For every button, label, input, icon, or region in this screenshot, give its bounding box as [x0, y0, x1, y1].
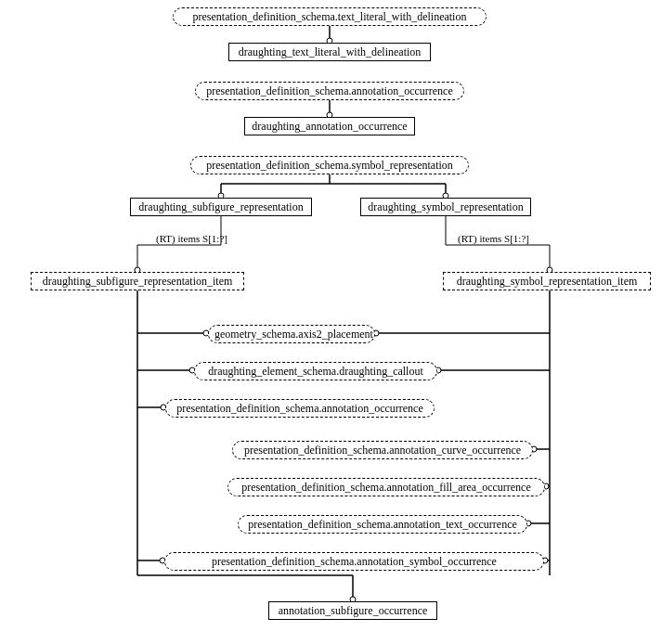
node-annotation-subfigure-occurrence[interactable]: annotation_subfigure_occurrence	[268, 601, 437, 620]
node-annotation-occurrence-2[interactable]: presentation_definition_schema.annotatio…	[165, 399, 435, 418]
node-draughting-annotation-occurrence[interactable]: draughting_annotation_occurrence	[244, 117, 415, 135]
diagram-canvas: presentation_definition_schema.text_lite…	[0, 0, 662, 644]
node-geometry-axis2-placement[interactable]: geometry_schema.axis2_placement	[208, 325, 375, 343]
node-draughting-symbol-representation[interactable]: draughting_symbol_representation	[360, 198, 531, 216]
node-annotation-occurrence-schema[interactable]: presentation_definition_schema.annotatio…	[195, 82, 464, 100]
node-annotation-text-occurrence[interactable]: presentation_definition_schema.annotatio…	[238, 515, 527, 534]
node-draughting-text-literal-with-delineation[interactable]: draughting_text_literal_with_delineation	[228, 43, 431, 61]
node-draughting-subfigure-representation-item[interactable]: draughting_subfigure_representation_item	[31, 272, 244, 290]
edge-label-rt-items-right: (RT) items S[1:?]	[458, 233, 529, 244]
node-annotation-symbol-occurrence[interactable]: presentation_definition_schema.annotatio…	[164, 552, 544, 571]
node-draughting-subfigure-representation[interactable]: draughting_subfigure_representation	[130, 198, 312, 216]
node-annotation-curve-occurrence[interactable]: presentation_definition_schema.annotatio…	[232, 441, 533, 459]
node-draughting-callout[interactable]: draughting_element_schema.draughting_cal…	[194, 362, 437, 380]
node-annotation-fill-area-occurrence[interactable]: presentation_definition_schema.annotatio…	[227, 478, 545, 496]
node-symbol-representation-schema[interactable]: presentation_definition_schema.symbol_re…	[190, 156, 469, 174]
edge-label-rt-items-left: (RT) items S[1:?]	[156, 233, 227, 244]
node-text-literal-with-delineation-schema[interactable]: presentation_definition_schema.text_lite…	[173, 7, 487, 26]
node-draughting-symbol-representation-item[interactable]: draughting_symbol_representation_item	[443, 272, 651, 290]
